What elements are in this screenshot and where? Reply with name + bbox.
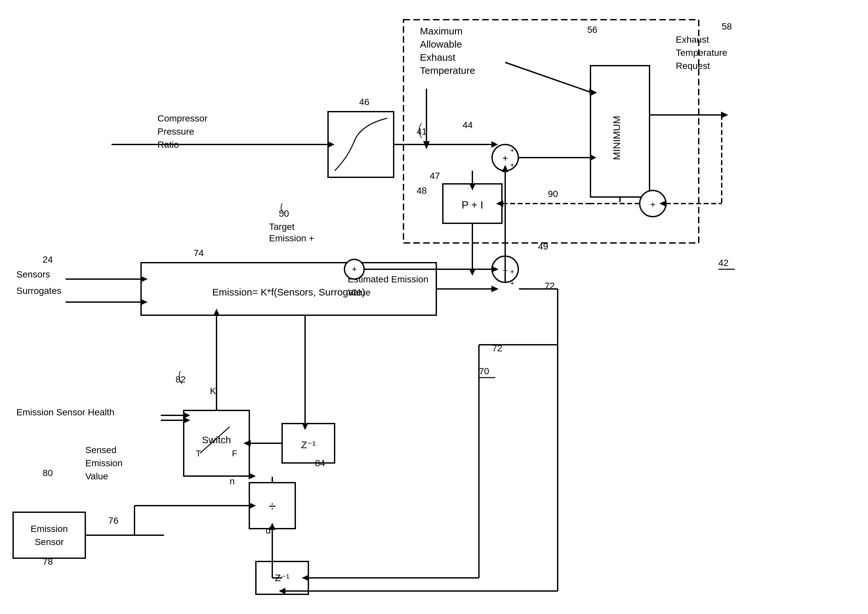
diagram-container: MINIMUM P + I Emission= K*f(Sensors, Sur…: [0, 0, 868, 614]
svg-text:+: +: [510, 267, 515, 276]
svg-text:Sensor: Sensor: [35, 537, 64, 547]
svg-text:49: 49: [538, 241, 548, 252]
svg-text:Switch: Switch: [202, 434, 231, 445]
svg-text:Emission= K*f(Sensors, Surroga: Emission= K*f(Sensors, Surrogate): [212, 287, 365, 297]
svg-text:Allowable: Allowable: [420, 39, 462, 50]
svg-text:Pressure: Pressure: [158, 126, 194, 137]
svg-text:d: d: [266, 525, 271, 536]
svg-text:n: n: [229, 476, 235, 486]
svg-rect-19: [13, 512, 85, 558]
svg-text:Target: Target: [269, 222, 294, 232]
svg-text:48: 48: [417, 185, 427, 196]
svg-text:Value: Value: [348, 287, 371, 297]
svg-text:84: 84: [315, 458, 325, 468]
svg-line-90: [505, 62, 590, 92]
svg-text:F: F: [232, 449, 237, 459]
svg-text:76: 76: [108, 516, 118, 526]
svg-text:Exhaust: Exhaust: [676, 34, 709, 45]
svg-text:+: +: [510, 161, 515, 169]
svg-text:Emission +: Emission +: [269, 233, 314, 243]
svg-text:+: +: [510, 279, 515, 287]
svg-text:P + I: P + I: [462, 199, 483, 211]
svg-text:Sensed: Sensed: [85, 445, 116, 455]
svg-text:+: +: [352, 264, 356, 274]
svg-marker-45: [491, 286, 499, 292]
svg-text:Z⁻¹: Z⁻¹: [301, 439, 316, 450]
svg-marker-33: [423, 141, 430, 149]
svg-text:T: T: [196, 449, 201, 459]
svg-text:Sensors: Sensors: [16, 269, 50, 280]
svg-text:Emission Sensor Health: Emission Sensor Health: [16, 407, 115, 417]
svg-text:+: +: [510, 146, 515, 154]
diagram-svg: MINIMUM P + I Emission= K*f(Sensors, Sur…: [0, 0, 868, 614]
svg-text:24: 24: [43, 255, 53, 265]
svg-text:82: 82: [175, 374, 186, 384]
svg-text:Exhaust: Exhaust: [420, 52, 456, 63]
svg-text:Request: Request: [676, 61, 710, 71]
svg-text:80: 80: [43, 468, 53, 478]
svg-text:72: 72: [544, 281, 555, 291]
svg-text:47: 47: [430, 171, 440, 181]
svg-text:74: 74: [194, 248, 204, 258]
svg-text:72: 72: [492, 343, 502, 353]
svg-text:Temperature: Temperature: [420, 65, 475, 76]
svg-text:42: 42: [718, 258, 728, 268]
svg-text:Emission: Emission: [31, 524, 68, 534]
svg-text:+: +: [502, 153, 508, 163]
svg-text:Value: Value: [85, 471, 108, 481]
svg-text:+: +: [650, 199, 656, 210]
svg-text:46: 46: [359, 97, 369, 107]
svg-text:56: 56: [587, 25, 597, 35]
svg-text:50: 50: [279, 208, 289, 219]
svg-text:70: 70: [479, 366, 489, 376]
svg-text:MINIMUM: MINIMUM: [611, 116, 622, 160]
svg-text:78: 78: [43, 556, 53, 567]
svg-text:Surrogates: Surrogates: [16, 286, 61, 296]
svg-text:Temperature: Temperature: [676, 48, 727, 58]
svg-text:90: 90: [548, 189, 558, 199]
svg-text:Emission: Emission: [85, 458, 123, 468]
svg-text:Maximum: Maximum: [420, 26, 462, 36]
svg-text:58: 58: [722, 21, 732, 31]
svg-text:÷: ÷: [269, 499, 276, 513]
svg-text:41: 41: [417, 126, 427, 137]
svg-text:Compressor: Compressor: [158, 113, 207, 123]
svg-text:K: K: [210, 386, 216, 396]
svg-text:44: 44: [462, 120, 473, 130]
